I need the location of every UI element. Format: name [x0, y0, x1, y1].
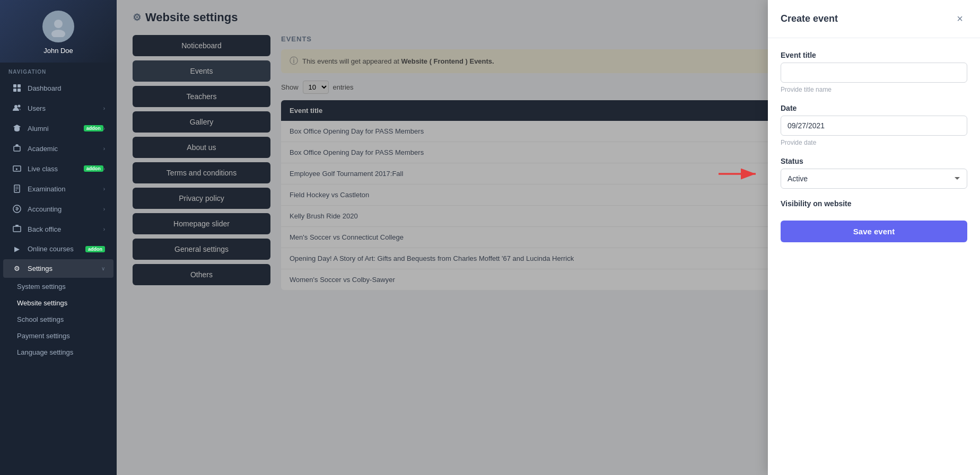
sidebar-sub-item-school-settings[interactable]: School settings [0, 311, 117, 328]
sub-item-label: Payment settings [17, 332, 70, 340]
settings-icon: ⚙ [133, 12, 141, 23]
addon-badge: addon [84, 125, 103, 131]
sidebar-sub-item-website-settings[interactable]: Website settings [0, 295, 117, 311]
sidebar-item-label: Users [28, 104, 103, 112]
svg-rect-2 [13, 84, 16, 87]
event-title-cell: Employee Golf Tournament 2017:Fall [281, 163, 845, 184]
sidebar-sub-item-payment-settings[interactable]: Payment settings [0, 328, 117, 344]
chevron-right-icon: › [103, 186, 105, 192]
sidebar-profile: John Doe [0, 0, 117, 63]
visibility-group: Visibility on website [781, 199, 967, 208]
chevron-right-icon: › [103, 146, 105, 152]
svg-rect-3 [18, 84, 21, 87]
col-event-title: Event title [281, 100, 845, 121]
back-office-icon [12, 225, 22, 233]
sidebar-item-back-office[interactable]: Back office › [3, 219, 113, 239]
drawer-title: Create event [781, 13, 838, 24]
chevron-right-icon: › [103, 126, 105, 131]
status-select[interactable]: Active Inactive [781, 169, 967, 189]
sidebar-item-label: Accounting [28, 205, 103, 213]
status-group: Status Active Inactive [781, 157, 967, 189]
create-event-drawer: Create event × Event title Provide title… [768, 0, 980, 475]
left-nav: Noticeboard Events Teachers Gallery Abou… [133, 35, 270, 464]
sidebar-item-dashboard[interactable]: Dashboard [3, 78, 113, 98]
visibility-label: Visibility on website [781, 199, 967, 208]
nav-btn-about-us[interactable]: About us [133, 137, 270, 158]
sidebar: John Doe NAVIGATION Dashboard Users › Al… [0, 0, 117, 475]
nav-btn-general-settings[interactable]: General settings [133, 239, 270, 260]
date-group: Date 09/27/2021 Provide date [781, 104, 967, 146]
sidebar-item-label: Dashboard [28, 84, 105, 92]
live-class-icon [12, 164, 22, 173]
sidebar-item-label: Alumni [28, 125, 81, 133]
drawer-header: Create event × [768, 0, 980, 38]
nav-btn-events[interactable]: Events [133, 60, 270, 82]
sub-item-label: School settings [17, 315, 64, 323]
svg-rect-4 [13, 89, 16, 92]
event-title-input[interactable] [781, 63, 967, 83]
nav-btn-gallery[interactable]: Gallery [133, 111, 270, 133]
drawer-body: Event title Provide title name Date 09/2… [768, 38, 980, 475]
nav-btn-noticeboard[interactable]: Noticeboard [133, 35, 270, 56]
event-title-hint: Provide title name [781, 86, 967, 93]
sidebar-item-live-class[interactable]: Live class addon › [3, 159, 113, 178]
sidebar-item-label: Academic [28, 145, 103, 153]
entries-select[interactable]: 10 25 50 [303, 81, 329, 94]
svg-point-0 [54, 20, 63, 28]
academic-icon [12, 144, 22, 153]
show-label: Show [281, 83, 299, 91]
event-title-cell: Opening Day! A Story of Art: Gifts and B… [281, 248, 845, 269]
status-label: Status [781, 157, 967, 165]
sidebar-item-settings[interactable]: ⚙ Settings ∨ [3, 259, 113, 278]
sidebar-sub-item-system-settings[interactable]: System settings [0, 278, 117, 295]
sidebar-sub-item-language-settings[interactable]: Language settings [0, 344, 117, 360]
date-label: Date [781, 104, 967, 112]
sub-item-label: Language settings [17, 348, 73, 356]
sidebar-item-academic[interactable]: Academic › [3, 139, 113, 158]
svg-rect-5 [18, 89, 21, 92]
avatar [42, 11, 74, 42]
sidebar-item-users[interactable]: Users › [3, 99, 113, 118]
event-title-label: Event title [781, 51, 967, 59]
info-banner-text: This events will get appeared at Website… [302, 57, 494, 65]
chevron-right-icon: › [103, 105, 105, 111]
chevron-right-icon: › [103, 166, 105, 172]
users-icon [12, 104, 22, 112]
date-hint: Provide date [781, 139, 967, 146]
addon-badge: addon [85, 246, 105, 252]
sub-item-label: Website settings [17, 299, 67, 307]
sidebar-item-examination[interactable]: Examination › [3, 179, 113, 198]
svg-rect-15 [13, 226, 21, 232]
event-title-cell: Box Office Opening Day for PASS Members [281, 142, 845, 163]
settings-icon: ⚙ [12, 265, 22, 272]
nav-label: NAVIGATION [0, 63, 117, 78]
event-title-cell: Men's Soccer vs Connecticut College [281, 227, 845, 248]
nav-btn-teachers[interactable]: Teachers [133, 86, 270, 107]
sidebar-item-label: Online courses [28, 245, 82, 253]
chevron-down-icon: ∨ [101, 266, 105, 271]
chevron-right-icon: › [103, 226, 105, 232]
sub-item-label: System settings [17, 283, 66, 291]
nav-btn-privacy[interactable]: Privacy policy [133, 188, 270, 209]
event-title-group: Event title Provide title name [781, 51, 967, 93]
svg-rect-8 [14, 146, 20, 151]
save-event-button[interactable]: Save event [781, 221, 967, 242]
addon-badge: addon [84, 165, 103, 172]
sidebar-item-online-courses[interactable]: ▶ Online courses addon [3, 240, 113, 258]
info-icon: ⓘ [290, 56, 298, 67]
nav-btn-terms[interactable]: Terms and conditions [133, 162, 270, 183]
dashboard-icon [12, 84, 22, 92]
online-courses-icon: ▶ [12, 245, 22, 253]
sidebar-item-alumni[interactable]: Alumni addon › [3, 119, 113, 138]
nav-btn-homepage-slider[interactable]: Homepage slider [133, 213, 270, 234]
event-title-cell: Box Office Opening Day for PASS Members [281, 121, 845, 142]
examination-icon [12, 184, 22, 193]
svg-point-7 [18, 105, 21, 108]
sidebar-item-label: Back office [28, 225, 103, 233]
chevron-right-icon: › [103, 206, 105, 212]
sidebar-item-label: Live class [28, 165, 81, 173]
date-input[interactable]: 09/27/2021 [781, 116, 967, 136]
sidebar-item-accounting[interactable]: Accounting › [3, 199, 113, 218]
nav-btn-others[interactable]: Others [133, 264, 270, 285]
close-button[interactable]: × [952, 11, 967, 27]
